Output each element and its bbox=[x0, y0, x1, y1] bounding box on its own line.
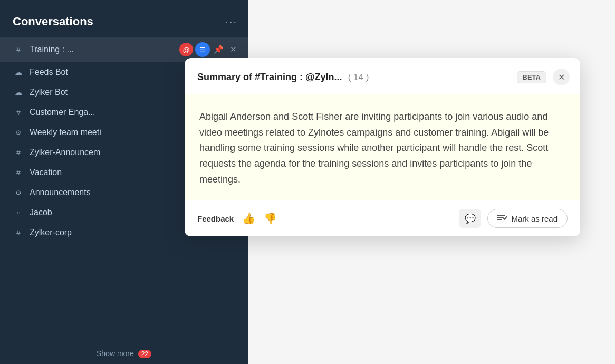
card-body: Abigail Anderson and Scott Fisher are in… bbox=[185, 94, 580, 200]
hash-icon-cust: # bbox=[13, 108, 24, 117]
summary-text: Abigail Anderson and Scott Fisher are in… bbox=[199, 109, 565, 187]
gear-icon-weekly: ⚙ bbox=[13, 129, 24, 137]
close-card-button[interactable]: ✕ bbox=[553, 69, 570, 85]
at-badge[interactable]: @ bbox=[179, 43, 193, 56]
hash-icon-corp: # bbox=[13, 228, 24, 237]
card-title: Summary of #Training : @ZyIn... ( 14 ) bbox=[197, 72, 517, 83]
x-icon: ✕ bbox=[230, 45, 237, 54]
summary-card: Summary of #Training : @ZyIn... ( 14 ) B… bbox=[185, 58, 580, 236]
beta-badge: BETA bbox=[517, 71, 546, 83]
list-icon-btn[interactable]: ☰ bbox=[195, 42, 210, 57]
main-area: Summary of #Training : @ZyIn... ( 14 ) B… bbox=[248, 0, 615, 364]
thumbs-up-icon: 👍 bbox=[242, 213, 255, 224]
thumbs-up-button[interactable]: 👍 bbox=[240, 210, 257, 227]
hash-icon-vac: # bbox=[13, 168, 24, 177]
feedback-label: Feedback bbox=[197, 214, 234, 223]
cloud-icon-zylker: ☁ bbox=[13, 88, 24, 97]
comment-icon: 💬 bbox=[465, 213, 476, 224]
mark-read-icon bbox=[497, 214, 507, 223]
pin-icon[interactable]: 📌 bbox=[212, 43, 225, 56]
show-more-badge: 22 bbox=[138, 350, 151, 358]
circle-icon-jacob: ○ bbox=[13, 209, 24, 216]
cloud-icon-feeds: ☁ bbox=[13, 68, 24, 76]
gear-icon-ann: ⚙ bbox=[13, 189, 24, 197]
show-more[interactable]: Show more 22 bbox=[0, 343, 248, 364]
sidebar-title: Conversations bbox=[13, 15, 93, 28]
more-icon[interactable]: ··· bbox=[225, 16, 237, 28]
card-count: ( 14 ) bbox=[348, 72, 369, 82]
show-more-label: Show more bbox=[97, 349, 134, 358]
at-icon: @ bbox=[183, 46, 190, 54]
thumbs-down-icon: 👎 bbox=[264, 213, 277, 224]
sidebar-item-label: Training : ... bbox=[30, 45, 175, 54]
close-item-icon[interactable]: ✕ bbox=[227, 43, 239, 56]
hash-icon-ann: # bbox=[13, 148, 24, 157]
list-icon: ☰ bbox=[199, 46, 206, 54]
card-footer: Feedback 👍 👎 💬 Ma bbox=[185, 200, 580, 236]
comment-button[interactable]: 💬 bbox=[459, 209, 481, 228]
active-actions: @ ☰ 📌 ✕ bbox=[179, 42, 239, 57]
card-header: Summary of #Training : @ZyIn... ( 14 ) B… bbox=[185, 58, 580, 94]
hash-icon: # bbox=[13, 45, 24, 54]
card-title-text: Summary of #Training : @ZyIn... bbox=[197, 72, 342, 82]
mark-as-read-button[interactable]: Mark as read bbox=[487, 209, 568, 228]
thumbs-down-button[interactable]: 👎 bbox=[262, 210, 279, 227]
mark-read-label: Mark as read bbox=[511, 214, 558, 223]
sidebar-header: Conversations ··· bbox=[0, 0, 248, 37]
